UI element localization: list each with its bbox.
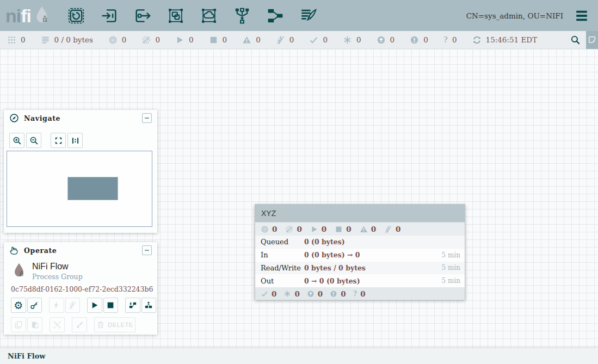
locally-modified-stale-icon: [410, 35, 419, 45]
up-to-date-icon: [309, 35, 318, 45]
up-to-date-status: 0: [309, 35, 328, 45]
statusbar-right: [564, 31, 598, 49]
breadcrumb-root-link[interactable]: NiFi Flow: [8, 352, 46, 360]
play-icon: [90, 301, 99, 310]
flow-canvas[interactable]: Navigate Operate: [0, 49, 598, 348]
operate-title: Operate: [24, 246, 57, 255]
copy-button[interactable]: [11, 317, 26, 332]
stale-icon: [377, 35, 386, 45]
process-group-stats-row: 0 0 0 0 0: [255, 223, 465, 236]
start-button[interactable]: [87, 298, 102, 313]
label-tool-icon[interactable]: [299, 7, 318, 25]
upload-template-icon: [144, 301, 153, 310]
current-user: CN=sys_admin, OU=NIFI: [466, 11, 563, 20]
selected-component-id: 0c75d8df-0162-1000-ef72-2ecd332243b6: [4, 281, 157, 293]
minimap-component-rect[interactable]: [67, 177, 118, 200]
flow-status-bar: 0 0 / 0 bytes 0 0 0 0: [0, 31, 598, 49]
zoom-in-button[interactable]: [9, 133, 24, 148]
not-transmitting-icon: [141, 35, 151, 45]
table-row-read-write: Read/Write 0 bytes / 0 bytes 5 min: [255, 262, 465, 275]
sync-failure-status: ? 0: [443, 35, 457, 45]
paste-button[interactable]: [27, 317, 42, 332]
process-group-metrics-table: Queued 0 (0 bytes) In 0 (0 bytes) → 0 5 …: [255, 236, 465, 287]
copy-icon: [14, 320, 23, 329]
stop-button[interactable]: [103, 298, 119, 313]
active-threads-icon: [7, 35, 16, 45]
sync-failure-icon: ?: [353, 290, 357, 298]
search-icon[interactable]: [564, 31, 586, 49]
paint-brush-icon: [75, 320, 84, 329]
pg-disabled-status: 0: [384, 225, 400, 233]
selected-component-summary: NiFi Flow Process Group: [4, 258, 157, 281]
logo-text-fi: fi: [21, 5, 31, 27]
pg-not-transmitting-status: 0: [285, 225, 301, 233]
disable-button[interactable]: [65, 298, 81, 313]
queued-icon: [41, 35, 50, 45]
lightning-icon: [52, 301, 61, 310]
navigate-panel-header: Navigate: [4, 110, 157, 126]
status-counts: 0 0 / 0 bytes 0 0 0 0: [0, 35, 537, 45]
table-row-queued: Queued 0 (0 bytes): [255, 236, 465, 249]
pg-locally-modified-status: 0: [283, 289, 299, 298]
color-button[interactable]: [72, 317, 87, 332]
access-policies-button[interactable]: [27, 298, 42, 313]
process-group-tool-icon[interactable]: [167, 7, 185, 25]
delete-button[interactable]: DELETE: [94, 317, 135, 332]
upload-template-button[interactable]: [141, 298, 157, 313]
running-status: 0: [175, 35, 194, 45]
funnel-tool-icon[interactable]: [233, 7, 251, 25]
process-group-version-footer: 0 0 0 0 ? 0: [255, 287, 465, 300]
navigate-title: Navigate: [24, 114, 60, 122]
configure-button[interactable]: ⚙: [11, 298, 26, 313]
processor-tool-icon[interactable]: [67, 7, 85, 25]
stale-status: 0: [377, 35, 395, 45]
nifi-logo: nifi: [5, 5, 52, 27]
transmitting-status: 0: [108, 35, 127, 45]
disabled-status: 0: [276, 35, 294, 45]
process-group-component[interactable]: XYZ 0 0 0 0: [255, 204, 465, 300]
active-threads-status: 0: [7, 35, 26, 45]
pg-stale-status: 0: [307, 289, 323, 298]
operate-panel: Operate NiFi Flow Process Group 0c75d8df…: [4, 242, 157, 335]
operate-panel-header: Operate: [4, 242, 157, 258]
stopped-icon: [209, 35, 218, 45]
invalid-icon: [360, 225, 368, 233]
zoom-actual-size-button[interactable]: [67, 133, 83, 148]
remote-process-group-tool-icon[interactable]: [200, 7, 218, 25]
breadcrumb-bar: NiFi Flow: [0, 348, 598, 364]
birdseye-map[interactable]: [7, 151, 152, 227]
save-template-icon: [128, 301, 137, 310]
operate-collapse-button[interactable]: [142, 245, 152, 255]
template-tool-icon[interactable]: [266, 7, 285, 25]
pg-stopped-status: 0: [335, 225, 351, 233]
table-row-out: Out 0 → 0 (0 bytes) 5 min: [255, 274, 465, 287]
hand-pointer-icon: [9, 245, 19, 255]
selected-component-type: Process Group: [32, 273, 83, 281]
paste-icon: [30, 320, 39, 329]
output-port-tool-icon[interactable]: [133, 7, 152, 25]
navigate-collapse-button[interactable]: [142, 113, 152, 123]
up-to-date-icon: [261, 290, 268, 298]
process-group-name: XYZ: [261, 209, 276, 218]
create-template-button[interactable]: [125, 298, 140, 313]
sync-failure-icon: ?: [443, 35, 448, 45]
group-button[interactable]: [50, 317, 65, 332]
pg-up-to-date-status: 0: [261, 289, 276, 298]
zoom-out-button[interactable]: [26, 133, 41, 148]
refresh-icon[interactable]: [472, 35, 482, 45]
invalid-status: 0: [242, 35, 261, 45]
table-row-in: In 0 (0 bytes) → 0 5 min: [255, 249, 465, 262]
enable-button[interactable]: [49, 298, 64, 313]
locally-modified-status: 0: [343, 35, 361, 45]
locally-modified-stale-status: 0: [410, 35, 428, 45]
bulletin-board-icon[interactable]: [586, 31, 598, 49]
not-transmitting-status: 0: [141, 35, 160, 45]
gear-icon: ⚙: [14, 300, 23, 311]
component-toolbar: [67, 7, 318, 25]
stopped-status: 0: [209, 35, 227, 45]
compass-icon: [9, 113, 19, 123]
zoom-fit-button[interactable]: [51, 133, 66, 148]
navigate-panel: Navigate: [4, 110, 157, 233]
global-menu-icon[interactable]: [573, 9, 590, 23]
input-port-tool-icon[interactable]: [100, 7, 119, 25]
